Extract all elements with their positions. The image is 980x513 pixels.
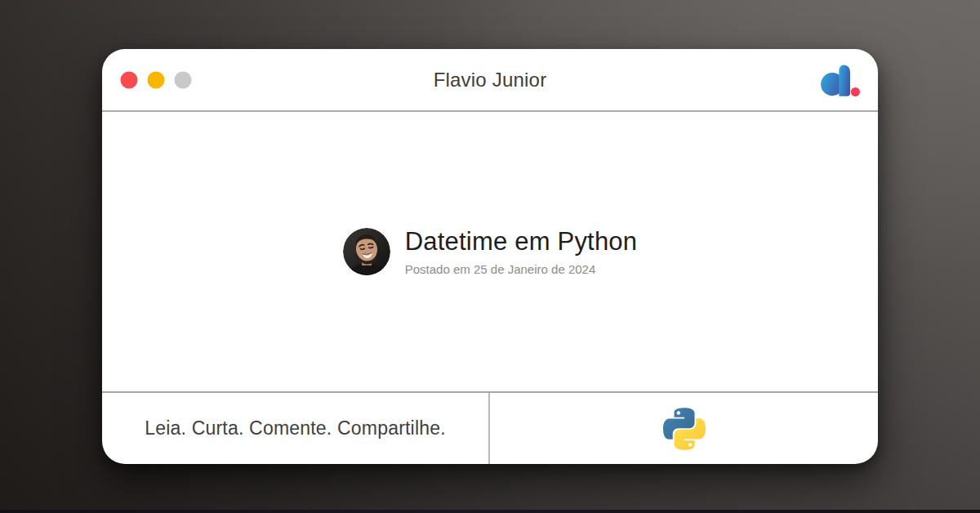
bottom-accent-strip	[0, 510, 980, 513]
minimize-button[interactable]	[148, 71, 165, 88]
window-controls	[120, 71, 192, 89]
dio-logo-icon	[821, 63, 860, 96]
author-avatar	[343, 228, 390, 275]
card-footer: Leia. Curta. Comente. Compartilhe.	[102, 391, 878, 464]
browser-window-card: Flavio Junior	[102, 49, 878, 464]
post-date: Postado em 25 de Janeiro de 2024	[405, 262, 637, 276]
footer-language-section	[490, 393, 878, 464]
post-header: Datetime em Python Postado em 25 de Jane…	[343, 227, 637, 276]
post-content-area: Datetime em Python Postado em 25 de Jane…	[102, 112, 878, 391]
python-logo-icon	[663, 408, 706, 450]
window-title: Flavio Junior	[102, 69, 878, 91]
post-text-block: Datetime em Python Postado em 25 de Jane…	[405, 227, 637, 276]
post-title: Datetime em Python	[405, 227, 637, 256]
footer-tagline-section: Leia. Curta. Comente. Compartilhe.	[102, 393, 490, 464]
footer-tagline: Leia. Curta. Comente. Compartilhe.	[145, 417, 446, 439]
traffic-lights-icon	[120, 71, 192, 89]
dio-logo-dot	[851, 87, 860, 96]
maximize-button[interactable]	[175, 71, 192, 88]
close-button[interactable]	[121, 71, 138, 88]
window-titlebar: Flavio Junior	[102, 49, 878, 112]
